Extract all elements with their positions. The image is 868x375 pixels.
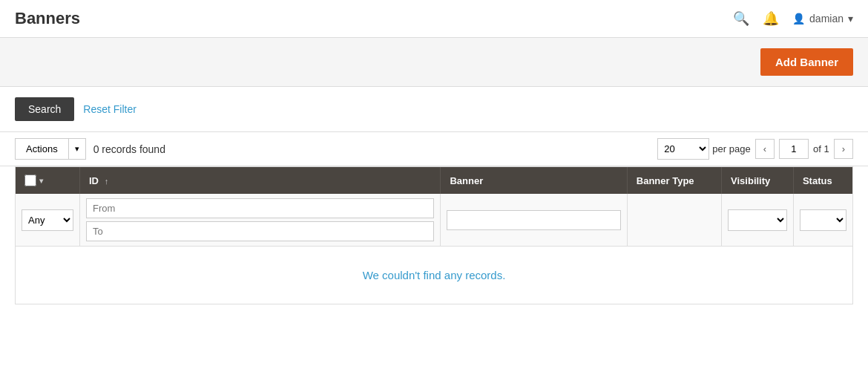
id-from-input[interactable] <box>86 198 434 218</box>
th-banner-label: Banner <box>450 175 483 186</box>
th-id-label: ID <box>89 175 99 186</box>
data-table: ▾ ID ↑ Banner Banner Type Visibility St <box>16 167 852 304</box>
page-number-input[interactable] <box>779 139 809 159</box>
filter-banner-type-cell <box>627 194 721 247</box>
th-id: ID ↑ <box>80 167 441 194</box>
pagination-controls: 10 20 50 100 per page ‹ of 1 › <box>657 138 853 160</box>
search-button[interactable]: Search <box>15 97 74 121</box>
id-to-input[interactable] <box>86 221 434 241</box>
th-banner: Banner <box>441 167 627 194</box>
user-icon: 👤 <box>792 13 805 25</box>
next-page-button[interactable]: › <box>834 139 853 159</box>
th-banner-type: Banner Type <box>627 167 721 194</box>
bell-icon[interactable]: 🔔 <box>763 10 779 27</box>
actions-dropdown-button[interactable]: ▾ <box>68 138 86 160</box>
filter-visibility-cell <box>722 194 794 247</box>
no-records-row: We couldn't find any records. <box>16 247 852 304</box>
user-menu[interactable]: 👤 damian ▾ <box>792 13 853 25</box>
prev-page-button[interactable]: ‹ <box>755 139 775 159</box>
filter-any-cell: Any <box>16 194 80 247</box>
th-checkbox: ▾ <box>16 167 80 194</box>
th-banner-type-label: Banner Type <box>637 175 694 186</box>
th-visibility: Visibility <box>722 167 794 194</box>
visibility-filter-select[interactable] <box>728 209 787 231</box>
any-select[interactable]: Any <box>22 209 73 231</box>
actions-row: Actions ▾ 0 records found 10 20 50 100 p… <box>0 132 868 166</box>
chevron-down-icon: ▾ <box>848 13 853 25</box>
no-records-message: We couldn't find any records. <box>16 247 852 304</box>
records-found: 0 records found <box>93 143 651 155</box>
th-status: Status <box>793 167 852 194</box>
username: damian <box>809 13 844 25</box>
actions-button[interactable]: Actions <box>15 138 68 160</box>
filter-banner-cell <box>441 194 627 247</box>
records-text: records found <box>102 143 165 155</box>
per-page-group: 10 20 50 100 per page <box>657 138 750 160</box>
actions-button-group: Actions ▾ <box>15 138 86 160</box>
table-container: ▾ ID ↑ Banner Banner Type Visibility St <box>15 166 853 304</box>
th-visibility-label: Visibility <box>731 175 770 186</box>
per-page-label: per page <box>712 143 750 154</box>
checkbox-caret-icon[interactable]: ▾ <box>39 177 43 185</box>
filter-row: Search Reset Filter <box>0 87 868 132</box>
records-count: 0 <box>93 143 99 155</box>
page-of-label: of 1 <box>813 143 829 154</box>
header-icons: 🔍 🔔 👤 damian ▾ <box>733 10 853 27</box>
filter-status-cell <box>793 194 852 247</box>
table-header-row: ▾ ID ↑ Banner Banner Type Visibility St <box>16 167 852 194</box>
per-page-select[interactable]: 10 20 50 100 <box>657 138 709 160</box>
toolbar-bar: Add Banner <box>0 38 868 87</box>
filter-id-cell <box>80 194 441 247</box>
search-icon[interactable]: 🔍 <box>733 10 749 27</box>
banner-filter-input[interactable] <box>447 210 620 230</box>
status-filter-select[interactable] <box>800 209 846 231</box>
add-banner-button[interactable]: Add Banner <box>760 48 853 76</box>
th-status-label: Status <box>803 175 832 186</box>
filter-inputs-row: Any <box>16 194 852 247</box>
page-title: Banners <box>15 9 80 28</box>
sort-icon[interactable]: ↑ <box>105 177 109 186</box>
reset-filter-link[interactable]: Reset Filter <box>83 103 137 115</box>
header: Banners 🔍 🔔 👤 damian ▾ <box>0 0 868 38</box>
select-all-checkbox[interactable] <box>24 175 36 186</box>
